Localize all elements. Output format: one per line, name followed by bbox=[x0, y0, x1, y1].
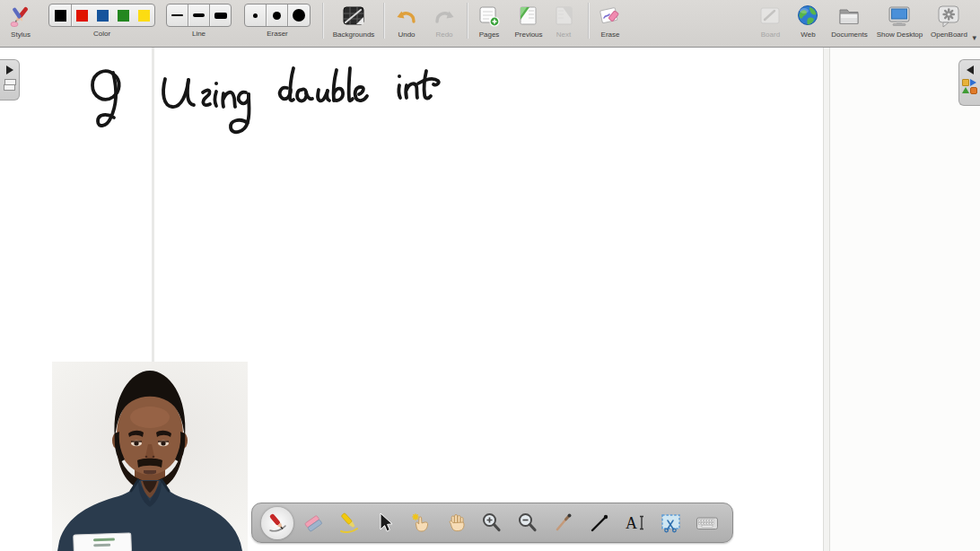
board-mode-button[interactable]: Board bbox=[757, 0, 783, 39]
interact-tool-button[interactable] bbox=[405, 507, 437, 539]
stylus-icon bbox=[8, 3, 33, 30]
zoom-in-tool-button[interactable] bbox=[476, 507, 508, 539]
documents-icon bbox=[836, 3, 862, 30]
documents-label: Documents bbox=[831, 31, 867, 39]
right-panel-tab[interactable] bbox=[958, 59, 980, 106]
page-stack-icon bbox=[4, 79, 15, 92]
eraser-label: Eraser bbox=[267, 30, 288, 38]
laser-pointer-icon bbox=[551, 511, 576, 536]
pages-label: Pages bbox=[479, 31, 500, 39]
svg-text:A: A bbox=[626, 513, 637, 531]
undo-label: Undo bbox=[398, 31, 415, 39]
previous-icon bbox=[516, 3, 541, 30]
toolbar-separator bbox=[467, 3, 468, 39]
openboard-label: OpenBoard bbox=[931, 31, 967, 39]
off-page-area bbox=[830, 48, 980, 551]
undo-button[interactable]: Undo bbox=[393, 0, 420, 39]
openboard-menu-button[interactable]: OpenBoard bbox=[927, 0, 970, 39]
redo-button[interactable]: Redo bbox=[431, 0, 458, 39]
keyboard-tool-button[interactable] bbox=[691, 507, 723, 539]
toolbar-separator bbox=[322, 3, 323, 39]
erase-icon bbox=[598, 3, 623, 30]
line-icon bbox=[587, 511, 612, 536]
page-edge-line bbox=[823, 48, 830, 551]
webcam-overlay bbox=[52, 362, 248, 551]
eraser-group: Eraser bbox=[244, 0, 311, 38]
highlighter-tool-button[interactable] bbox=[333, 507, 365, 539]
color-swatch-black[interactable] bbox=[49, 4, 72, 26]
color-label: Color bbox=[93, 30, 110, 38]
show-desktop-button[interactable]: Show Desktop bbox=[873, 0, 925, 39]
show-desktop-label: Show Desktop bbox=[877, 31, 923, 39]
text-icon: A bbox=[623, 511, 648, 536]
undo-icon bbox=[394, 3, 419, 30]
eraser-small-button[interactable] bbox=[245, 4, 267, 26]
color-swatch-yellow[interactable] bbox=[134, 4, 154, 26]
eraser-icon bbox=[301, 511, 326, 536]
chevron-down-icon[interactable]: ▾ bbox=[972, 33, 976, 42]
handwriting-ink bbox=[81, 54, 458, 148]
expand-right-icon bbox=[6, 66, 13, 74]
web-icon bbox=[795, 3, 820, 30]
web-label: Web bbox=[801, 31, 815, 39]
selector-arrow-icon bbox=[372, 511, 398, 536]
previous-button[interactable]: Previous bbox=[511, 0, 547, 39]
pages-button[interactable]: Pages bbox=[476, 0, 503, 39]
pen-icon bbox=[265, 511, 290, 536]
next-button[interactable]: Next bbox=[552, 0, 575, 39]
next-icon bbox=[551, 3, 576, 30]
line-group: Line bbox=[166, 0, 232, 38]
erase-button[interactable]: Erase bbox=[597, 0, 624, 39]
backgrounds-label: Backgrounds bbox=[333, 31, 375, 39]
zoom-in-icon bbox=[479, 511, 504, 536]
highlighter-icon bbox=[337, 511, 362, 536]
top-toolbar: Stylus Color Line bbox=[0, 0, 980, 48]
presenter-portrait bbox=[52, 362, 248, 551]
eraser-large-button[interactable] bbox=[288, 4, 310, 26]
pages-icon bbox=[477, 3, 502, 30]
web-mode-button[interactable]: Web bbox=[794, 0, 821, 39]
eraser-medium-button[interactable] bbox=[267, 4, 288, 26]
line-medium-button[interactable] bbox=[188, 4, 210, 26]
hand-tool-button[interactable] bbox=[441, 507, 473, 539]
redo-icon bbox=[432, 3, 457, 30]
capture-icon bbox=[659, 511, 684, 536]
zoom-out-icon bbox=[515, 511, 540, 536]
redo-label: Redo bbox=[435, 31, 452, 39]
line-tool-button[interactable] bbox=[583, 507, 616, 539]
hand-pan-icon bbox=[444, 511, 469, 536]
color-group: Color bbox=[48, 0, 155, 38]
eraser-tool-button[interactable] bbox=[297, 507, 329, 539]
documents-mode-button[interactable]: Documents bbox=[828, 0, 870, 39]
library-icon bbox=[962, 79, 977, 94]
stylus-palette: A bbox=[251, 503, 733, 543]
board-label: Board bbox=[761, 31, 780, 39]
previous-label: Previous bbox=[514, 31, 542, 39]
next-label: Next bbox=[556, 31, 571, 39]
expand-left-icon bbox=[967, 66, 974, 74]
left-panel-tab[interactable] bbox=[0, 59, 20, 101]
toolbar-separator bbox=[588, 3, 589, 39]
color-swatch-green[interactable] bbox=[113, 4, 134, 26]
pointer-tool-button[interactable] bbox=[547, 507, 580, 539]
show-desktop-icon bbox=[887, 3, 912, 30]
selector-tool-button[interactable] bbox=[369, 507, 401, 539]
interact-hand-icon bbox=[408, 511, 433, 536]
color-swatch-blue[interactable] bbox=[92, 4, 113, 26]
keyboard-icon bbox=[695, 511, 720, 536]
line-label: Line bbox=[192, 30, 206, 38]
text-tool-button[interactable]: A bbox=[619, 507, 652, 539]
pen-tool-button[interactable] bbox=[261, 507, 293, 539]
backgrounds-button[interactable]: Backgrounds bbox=[329, 0, 378, 39]
zoom-out-tool-button[interactable] bbox=[512, 507, 544, 539]
openboard-icon bbox=[936, 3, 961, 30]
capture-tool-button[interactable] bbox=[655, 507, 687, 539]
stylus-button[interactable]: Stylus bbox=[5, 0, 36, 39]
backgrounds-icon bbox=[341, 3, 366, 30]
line-thin-button[interactable] bbox=[167, 4, 188, 26]
board-icon bbox=[757, 3, 783, 30]
line-thick-button[interactable] bbox=[210, 4, 231, 26]
color-swatch-red[interactable] bbox=[72, 4, 92, 26]
toolbar-separator bbox=[383, 3, 384, 39]
erase-label: Erase bbox=[601, 31, 620, 39]
